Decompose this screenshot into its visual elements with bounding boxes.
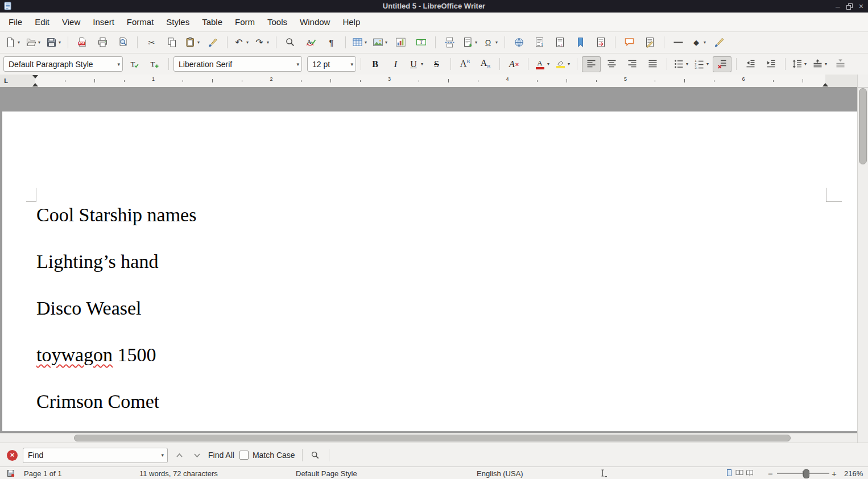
single-page-view-button[interactable] <box>725 469 733 478</box>
font-color-button[interactable]: A▾ <box>533 56 552 72</box>
language-status[interactable]: English (USA) <box>477 467 523 479</box>
italic-button[interactable]: I <box>386 56 405 72</box>
new-document-button[interactable]: ▾ <box>3 35 22 51</box>
find-previous-button[interactable] <box>173 448 185 462</box>
menu-window[interactable]: Window <box>294 13 336 31</box>
spelling-button[interactable]: A <box>301 35 320 51</box>
vertical-scrollbar-thumb[interactable] <box>859 88 867 164</box>
document-page[interactable]: Cool Starship namesLighting’s handDisco … <box>2 112 858 431</box>
menu-file[interactable]: File <box>2 13 28 31</box>
search-combo[interactable]: ▾ <box>23 448 168 463</box>
page-number-status[interactable]: Page 1 of 1 <box>24 467 62 479</box>
align-justify-button[interactable] <box>643 56 662 72</box>
insert-field-button[interactable]: ▾ <box>461 35 480 51</box>
insert-chart-button[interactable] <box>391 35 410 51</box>
insert-textbox-button[interactable]: T <box>412 35 431 51</box>
page-break-button[interactable] <box>440 35 459 51</box>
print-preview-button[interactable] <box>114 35 133 51</box>
numbered-list-button[interactable]: 1.2.3.▾ <box>692 56 711 72</box>
menu-view[interactable]: View <box>56 13 86 31</box>
paragraph[interactable]: toywagon 1500 <box>36 345 810 365</box>
font-name-select[interactable]: Liberation Serif ▾ <box>173 56 302 72</box>
menu-table[interactable]: Table <box>196 13 229 31</box>
zoom-slider[interactable] <box>777 467 829 479</box>
paragraph[interactable]: Cool Starship names <box>36 205 810 225</box>
close-find-bar-button[interactable]: × <box>7 450 18 461</box>
insert-cross-reference-button[interactable] <box>592 35 610 51</box>
find-replace-button[interactable] <box>281 35 300 51</box>
menu-help[interactable]: Help <box>336 13 366 31</box>
paragraph-style-select[interactable]: Default Paragraph Style ▾ <box>3 56 123 72</box>
save-button[interactable]: ▾ <box>44 35 63 51</box>
align-left-button[interactable] <box>582 56 601 72</box>
tab-stop-selector[interactable]: L <box>2 76 10 85</box>
right-indent-marker[interactable] <box>822 80 828 86</box>
paragraph[interactable]: Disco Weasel <box>36 298 810 319</box>
font-size-select[interactable]: 12 pt ▾ <box>307 56 356 72</box>
paste-button[interactable]: ▾ <box>183 35 202 51</box>
book-view-button[interactable] <box>746 469 754 478</box>
paragraph[interactable]: Crimson Comet <box>36 391 810 412</box>
export-pdf-button[interactable]: PDF <box>73 35 92 51</box>
cut-button[interactable]: ✂ <box>142 35 161 51</box>
menu-insert[interactable]: Insert <box>86 13 121 31</box>
clear-formatting-button[interactable]: A× <box>505 56 523 72</box>
bullet-list-button[interactable]: ▾ <box>672 56 691 72</box>
zoom-slider-thumb[interactable] <box>803 469 809 478</box>
left-indent-marker[interactable] <box>32 80 38 86</box>
close-button[interactable]: × <box>859 2 863 10</box>
print-button[interactable] <box>93 35 112 51</box>
page-style-status[interactable]: Default Page Style <box>296 467 357 479</box>
bold-button[interactable]: B <box>366 56 385 72</box>
menu-edit[interactable]: Edit <box>28 13 56 31</box>
text-cursor-icon[interactable] <box>598 467 607 479</box>
zoom-level[interactable]: 216% <box>844 467 863 479</box>
redo-button[interactable]: ↷▾ <box>253 35 271 51</box>
decrease-indent-button[interactable] <box>741 56 760 72</box>
increase-paragraph-spacing-button[interactable]: ▾ <box>811 56 829 72</box>
insert-footnote-button[interactable]: 1 <box>530 35 549 51</box>
underline-button[interactable]: U▾ <box>407 56 425 72</box>
restore-button[interactable] <box>846 3 853 10</box>
insert-line-button[interactable] <box>669 35 688 51</box>
find-all-button[interactable]: Find All <box>208 451 234 460</box>
undo-button[interactable]: ↶▾ <box>232 35 251 51</box>
document-canvas[interactable]: Cool Starship namesLighting’s handDisco … <box>0 88 858 443</box>
track-changes-button[interactable] <box>640 35 659 51</box>
multi-page-view-button[interactable] <box>735 469 743 478</box>
special-character-button[interactable]: Ω▾ <box>481 35 500 51</box>
word-count-status[interactable]: 11 words, 72 characters <box>139 467 218 479</box>
menu-form[interactable]: Form <box>229 13 261 31</box>
update-style-button[interactable]: T <box>125 56 143 72</box>
menu-styles[interactable]: Styles <box>160 13 196 31</box>
paragraph[interactable]: Lighting’s hand <box>36 251 810 272</box>
no-list-button[interactable] <box>713 56 731 72</box>
increase-indent-button[interactable] <box>762 56 780 72</box>
zoom-out-button[interactable]: − <box>768 467 773 479</box>
minimize-button[interactable]: – <box>836 2 840 10</box>
new-style-button[interactable]: T <box>145 56 164 72</box>
match-case-control[interactable]: Match Case <box>239 451 295 460</box>
formatting-marks-button[interactable]: ¶ <box>322 35 341 51</box>
match-case-checkbox[interactable] <box>239 451 249 460</box>
horizontal-scrollbar[interactable] <box>0 433 858 443</box>
decrease-paragraph-spacing-button[interactable] <box>831 56 850 72</box>
horizontal-scrollbar-thumb[interactable] <box>74 435 791 441</box>
search-input[interactable] <box>24 451 159 460</box>
open-button[interactable]: ▾ <box>24 35 43 51</box>
clone-formatting-button[interactable] <box>204 35 222 51</box>
highlight-color-button[interactable]: ▾ <box>553 56 572 72</box>
draw-functions-button[interactable] <box>710 35 729 51</box>
insert-comment-button[interactable] <box>620 35 639 51</box>
unsaved-changes-icon[interactable] <box>7 467 15 479</box>
subscript-button[interactable]: AB <box>476 56 495 72</box>
menu-format[interactable]: Format <box>121 13 160 31</box>
superscript-button[interactable]: AB <box>456 56 474 72</box>
insert-bookmark-button[interactable] <box>571 35 590 51</box>
zoom-in-button[interactable]: + <box>832 467 837 479</box>
basic-shapes-button[interactable]: ◆▾ <box>689 35 708 51</box>
strikethrough-button[interactable]: S <box>427 56 446 72</box>
insert-endnote-button[interactable]: i <box>551 35 569 51</box>
insert-image-button[interactable]: ▾ <box>371 35 390 51</box>
insert-table-button[interactable]: ▾ <box>350 35 369 51</box>
